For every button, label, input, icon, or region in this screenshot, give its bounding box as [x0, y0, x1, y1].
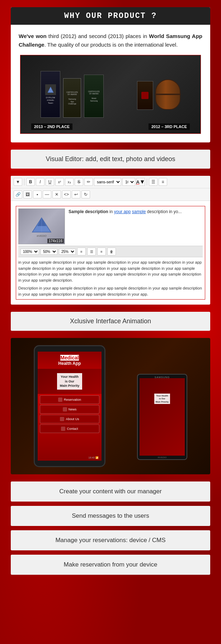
- news-icon: [63, 407, 67, 412]
- toolbar-pen-btn[interactable]: ✏: [84, 178, 93, 186]
- toolbar-source-btn[interactable]: <>: [62, 191, 71, 198]
- tablet-app-screen: Medical Health App Your Health is Our Ma…: [38, 352, 102, 461]
- image-size-50[interactable]: 50%: [41, 249, 57, 255]
- toolbar-redo-btn[interactable]: ↻: [81, 191, 90, 198]
- font-size-select[interactable]: 16: [122, 178, 135, 186]
- editor-text-content[interactable]: Sample description in your app sample de…: [69, 208, 203, 215]
- image-placeholder[interactable]: inVEDIO 174x116: [18, 208, 65, 244]
- tablet-mockup: SAMSUNG Medical Health App Your Health i…: [34, 345, 105, 467]
- toolbar-italic-btn[interactable]: I: [36, 178, 44, 186]
- contact-icon: [61, 427, 65, 431]
- award-book-1: DYPLOMinVedioTeam: [41, 71, 60, 118]
- img-align-center[interactable]: ☰: [87, 248, 96, 255]
- image-toolbar: 100% 50% 25% ≡ ☰ ≡ 🗑: [18, 246, 203, 257]
- editor-text-area: inVEDIO 174x116 Sample description in yo…: [18, 208, 203, 244]
- tablet-app-header: Medical Health App: [38, 352, 102, 369]
- toolbar-arrow-btn[interactable]: ▼: [14, 178, 22, 186]
- toolbar-sep-1: [24, 178, 24, 185]
- toolbar-link-btn[interactable]: 🔗: [14, 191, 22, 198]
- award-small-box: [137, 81, 153, 110]
- editor-toolbar-bottom: 🔗 🖼 ▪ — ✕ <> ↩ ↻: [11, 188, 210, 201]
- editor-inner-border: inVEDIO 174x116 Sample description in yo…: [16, 206, 205, 300]
- award-label-2013: 2013 – 2ND PLACE: [31, 123, 72, 130]
- phone-brand-label: INVEDIO: [158, 456, 167, 459]
- award-label-2012: 2012 – 3RD PLACE: [149, 123, 190, 130]
- app-title-medical: Medical: [60, 355, 79, 361]
- toolbar-video-btn[interactable]: ▪: [33, 191, 42, 198]
- toolbar-image-btn[interactable]: 🖼: [23, 191, 32, 198]
- toolbar-sup-btn[interactable]: x²: [55, 178, 64, 186]
- img-delete[interactable]: 🗑: [107, 248, 116, 255]
- toolbar-remove-btn[interactable]: ✕: [52, 191, 61, 198]
- why-text: We've won third (2012) and second (2013)…: [19, 32, 202, 49]
- phone-hero-text: Your Health is Our Main Priority: [154, 394, 170, 404]
- font-color-btn[interactable]: A▼: [136, 178, 145, 186]
- toolbar-hr-btn[interactable]: —: [43, 191, 51, 198]
- app-title-health: Health App: [41, 361, 99, 366]
- toolbar-sub-btn[interactable]: x₂: [65, 178, 74, 186]
- app-mockup-section: SAMSUNG Medical Health App Your Health i…: [11, 338, 210, 474]
- toolbar-underline-btn[interactable]: U: [46, 178, 54, 186]
- image-size-100[interactable]: 100%: [20, 249, 39, 255]
- editor-sample-desc: Sample description in your app sample de…: [69, 209, 182, 214]
- app-mockup-image: SAMSUNG Medical Health App Your Health i…: [11, 338, 210, 474]
- editor-toolbar-top: ▼ B I U x² x₂ S ✏ sans-serif 16 A▼ ☰ ≡: [11, 176, 210, 188]
- make-reservation-item: Make reservation from your device: [11, 555, 210, 575]
- image-size-badge: 174x116: [47, 239, 64, 243]
- tablet-screen: Medical Health App Your Health is Our Ma…: [38, 352, 102, 461]
- editor-text-block-2: Description in your app sample descripti…: [18, 285, 203, 297]
- image-size-25[interactable]: 25%: [59, 249, 76, 255]
- toolbar-strike-btn[interactable]: S: [75, 178, 83, 186]
- feature-list: Create your content with our manager Sen…: [11, 481, 210, 575]
- img-align-right[interactable]: ≡: [97, 248, 106, 255]
- svg-marker-0: [48, 87, 53, 93]
- img-align-left[interactable]: ≡: [77, 248, 86, 255]
- reservation-icon: [58, 398, 62, 402]
- app-nav-news: News: [40, 405, 99, 414]
- editor-text-block-1: in your app sample description in your a…: [18, 259, 203, 283]
- tablet-status-bar: 16:40 📶: [38, 455, 102, 461]
- award-barrel: [155, 79, 180, 110]
- editor-content[interactable]: inVEDIO 174x116 Sample description in yo…: [11, 201, 210, 305]
- app-nav-contact: Contact: [40, 424, 99, 433]
- phone-hero: Your Health is Our Main Priority: [140, 391, 185, 407]
- create-content-item: Create your content with our manager: [11, 481, 210, 502]
- tablet-app-nav: Reservation News About Us: [38, 394, 102, 455]
- editor-section[interactable]: ▼ B I U x² x₂ S ✏ sans-serif 16 A▼ ☰ ≡ 🔗: [11, 176, 210, 305]
- phone-app-screen: Medical Health App Your Health is Our Ma…: [140, 378, 185, 456]
- visual-editor-label: Visual Editor: add, edit text, photo and…: [11, 150, 210, 169]
- toolbar-bold-btn[interactable]: B: [26, 178, 35, 186]
- manage-reservations-item: Manage your reservations: device / CMS: [11, 530, 210, 550]
- tablet-app-hero: Your Health is Our Main Priority: [38, 369, 102, 394]
- about-icon: [60, 417, 64, 421]
- toolbar-sep-2: [147, 178, 147, 185]
- app-hero-text: Your Health is Our Main Priority: [57, 373, 83, 390]
- award-cert-1: CERTIFICATEOF AWARDSamsungAppChallenge: [63, 78, 81, 118]
- phone-screen: Medical Health App Your Health is Our Ma…: [140, 378, 185, 456]
- award-image: DYPLOMinVedioTeam CERTIFICATEOF AWARDSam…: [20, 55, 201, 134]
- why-product-section: WHY OUR PRODUCT ? We've won third (2012)…: [11, 7, 210, 142]
- toolbar-list-ol-btn[interactable]: ≡: [159, 178, 167, 186]
- font-family-select[interactable]: sans-serif: [94, 178, 121, 186]
- pyramid-logo-icon: [30, 216, 53, 234]
- why-header: WHY OUR PRODUCT ?: [11, 7, 210, 25]
- toolbar-undo-btn[interactable]: ↩: [72, 191, 80, 198]
- animation-label: Xclusive Interface Animation: [11, 312, 210, 331]
- send-messages-item: Send messages to the users: [11, 506, 210, 526]
- app-nav-reservation: Reservation: [40, 395, 99, 404]
- weve-won-text: We've won: [19, 33, 47, 39]
- samsung-phone-label: SAMSUNG: [155, 376, 170, 379]
- toolbar-list-ul-btn[interactable]: ☰: [149, 178, 157, 186]
- award-cert-2: CERTIFICATEOF AWARDWorldSamsung: [84, 75, 104, 118]
- app-nav-about: About Us: [40, 415, 99, 423]
- phone-mockup: SAMSUNG Medical Health App Your Health i…: [137, 374, 187, 460]
